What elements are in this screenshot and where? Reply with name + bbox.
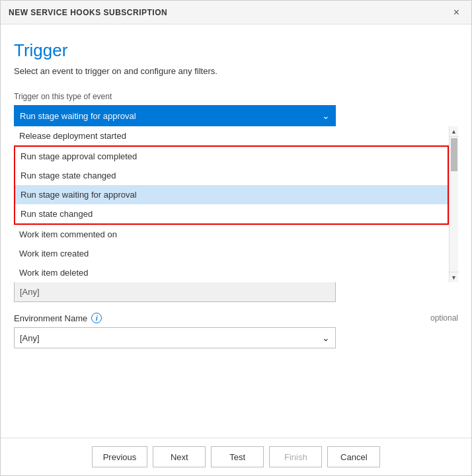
red-border-group: Run stage approval completed Run stage s… — [14, 145, 449, 225]
page-subtitle: Select an event to trigger on and config… — [14, 66, 458, 76]
dropdown-scrollbar: ▲ ▼ — [449, 126, 458, 282]
finish-button[interactable]: Finish — [269, 446, 322, 467]
cancel-button[interactable]: Cancel — [327, 446, 380, 467]
page-title: Trigger — [14, 40, 458, 61]
env-label-row: Environment Name i optional — [14, 313, 458, 323]
dialog-content: Trigger Select an event to trigger on an… — [1, 24, 471, 438]
list-item[interactable]: Work item created — [14, 244, 449, 263]
info-icon[interactable]: i — [91, 313, 102, 323]
dialog-footer: Previous Next Test Finish Cancel — [1, 438, 471, 475]
dropdown-list-container: Release deployment started Run stage app… — [14, 126, 458, 282]
trigger-field-label: Trigger on this type of event — [14, 92, 458, 101]
dialog: NEW SERVICE HOOKS SUBSCRIPTION × Trigger… — [0, 0, 472, 476]
list-item[interactable]: Work item commented on — [14, 225, 449, 244]
environment-filter-section: Environment Name i optional [Any] ⌄ — [14, 313, 458, 348]
trigger-dropdown-wrapper: Run stage waiting for approval ⌄ Release… — [14, 105, 458, 302]
list-item[interactable]: Run state changed — [15, 204, 448, 223]
scroll-thumb — [451, 138, 457, 171]
filter-hint: [Any] — [14, 282, 336, 302]
env-dropdown-arrow-icon: ⌄ — [322, 333, 330, 343]
env-selected-value: [Any] — [20, 333, 40, 343]
list-item[interactable]: Release deployment started — [14, 126, 449, 145]
dropdown-list: Release deployment started Run stage app… — [14, 126, 449, 282]
previous-button[interactable]: Previous — [92, 446, 148, 467]
dropdown-arrow-icon: ⌄ — [322, 110, 330, 121]
list-item[interactable]: Work item deleted — [14, 263, 449, 282]
env-dropdown[interactable]: [Any] ⌄ — [14, 327, 336, 348]
dialog-title: NEW SERVICE HOOKS SUBSCRIPTION — [9, 8, 167, 17]
test-button[interactable]: Test — [211, 446, 264, 467]
dialog-titlebar: NEW SERVICE HOOKS SUBSCRIPTION × — [1, 1, 471, 24]
env-field-label: Environment Name — [14, 313, 87, 323]
list-item[interactable]: Run stage state changed — [15, 166, 448, 185]
trigger-dropdown-selected[interactable]: Run stage waiting for approval ⌄ — [14, 105, 336, 126]
close-button[interactable]: × — [450, 6, 463, 19]
list-item[interactable]: Run stage approval completed — [15, 147, 448, 166]
trigger-selected-value: Run stage waiting for approval — [20, 111, 136, 121]
list-item-waiting-for-approval[interactable]: Run stage waiting for approval — [15, 185, 448, 204]
scroll-track — [451, 137, 457, 272]
scroll-down-icon[interactable]: ▼ — [450, 272, 459, 282]
scroll-up-icon[interactable]: ▲ — [450, 126, 459, 137]
optional-label: optional — [430, 313, 458, 323]
next-button[interactable]: Next — [153, 446, 206, 467]
